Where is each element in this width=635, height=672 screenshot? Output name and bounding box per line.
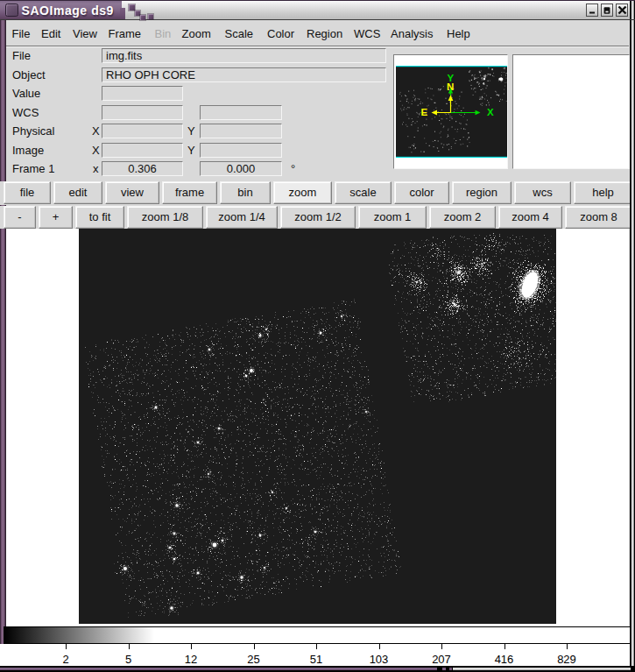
svg-text:E: E bbox=[420, 107, 427, 117]
svg-text:X: X bbox=[487, 107, 494, 117]
svg-text:N: N bbox=[447, 81, 454, 92]
